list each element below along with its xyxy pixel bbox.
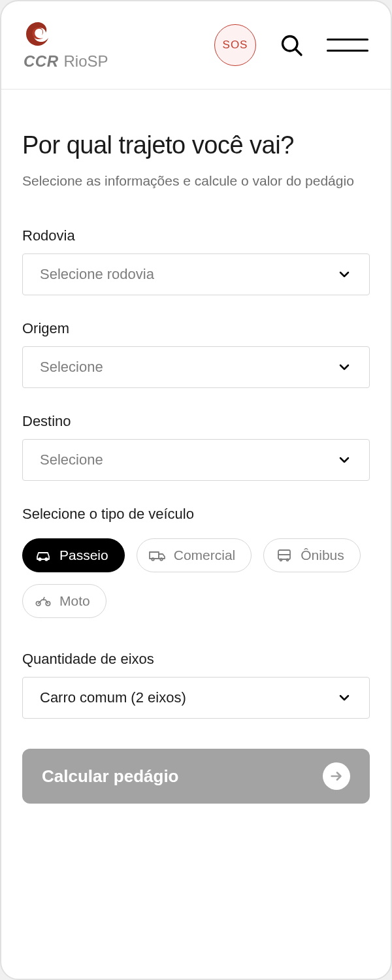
chevron-down-icon: [336, 452, 352, 468]
vehicle-chips: Passeio Comercial: [22, 538, 370, 618]
chip-onibus[interactable]: Ônibus: [263, 538, 361, 572]
origem-label: Origem: [22, 320, 370, 337]
rodovia-label: Rodovia: [22, 227, 370, 244]
chevron-down-icon: [336, 690, 352, 706]
rodovia-select[interactable]: Selecione rodovia: [22, 253, 370, 295]
svg-point-9: [280, 559, 282, 561]
svg-point-5: [152, 559, 154, 561]
brand-logo[interactable]: CCR RioSP: [24, 20, 108, 71]
chevron-down-icon: [336, 267, 352, 282]
main-content: Por qual trajeto você vai? Selecione as …: [1, 90, 391, 979]
moto-icon: [35, 595, 52, 608]
destino-placeholder: Selecione: [40, 451, 103, 468]
veiculo-label: Selecione o tipo de veículo: [22, 506, 370, 523]
svg-rect-4: [150, 552, 159, 559]
rodovia-placeholder: Selecione rodovia: [40, 266, 154, 283]
page-subtitle: Selecione as informações e calcule o val…: [22, 171, 370, 191]
sos-button[interactable]: SOS: [214, 24, 256, 66]
destino-select[interactable]: Selecione: [22, 439, 370, 481]
arrow-right-icon: [323, 762, 350, 790]
search-icon: [280, 33, 303, 57]
chip-moto[interactable]: Moto: [22, 584, 106, 618]
chip-label: Passeio: [59, 547, 108, 563]
svg-point-10: [287, 559, 289, 561]
svg-line-1: [296, 50, 301, 55]
menu-button[interactable]: [327, 32, 368, 58]
origem-select[interactable]: Selecione: [22, 346, 370, 388]
chip-label: Moto: [59, 593, 90, 609]
chip-passeio[interactable]: Passeio: [22, 538, 125, 572]
search-button[interactable]: [278, 32, 304, 58]
eixos-select[interactable]: Carro comum (2 eixos): [22, 677, 370, 719]
eixos-value: Carro comum (2 eixos): [40, 689, 186, 706]
chip-comercial[interactable]: Comercial: [137, 538, 252, 572]
eixos-label: Quantidade de eixos: [22, 651, 370, 668]
chip-label: Comercial: [174, 547, 236, 563]
app-header: CCR RioSP SOS: [1, 1, 391, 90]
svg-point-6: [160, 559, 163, 561]
chevron-down-icon: [336, 359, 352, 375]
car-icon: [35, 549, 52, 562]
header-actions: SOS: [214, 24, 368, 66]
origem-placeholder: Selecione: [40, 359, 103, 376]
brand-text: CCR RioSP: [24, 52, 108, 71]
chip-label: Ônibus: [301, 547, 344, 563]
calculate-button[interactable]: Calcular pedágio: [22, 749, 370, 804]
sos-label: SOS: [223, 39, 248, 52]
bus-icon: [276, 549, 293, 562]
destino-label: Destino: [22, 413, 370, 430]
hamburger-icon: [327, 39, 368, 41]
truck-icon: [149, 549, 166, 562]
page-title: Por qual trajeto você vai?: [22, 131, 370, 159]
brand-main: CCR: [24, 52, 59, 71]
brand-sub: RioSP: [64, 52, 108, 71]
logo-icon: [24, 20, 52, 48]
cta-label: Calcular pedágio: [42, 766, 179, 787]
